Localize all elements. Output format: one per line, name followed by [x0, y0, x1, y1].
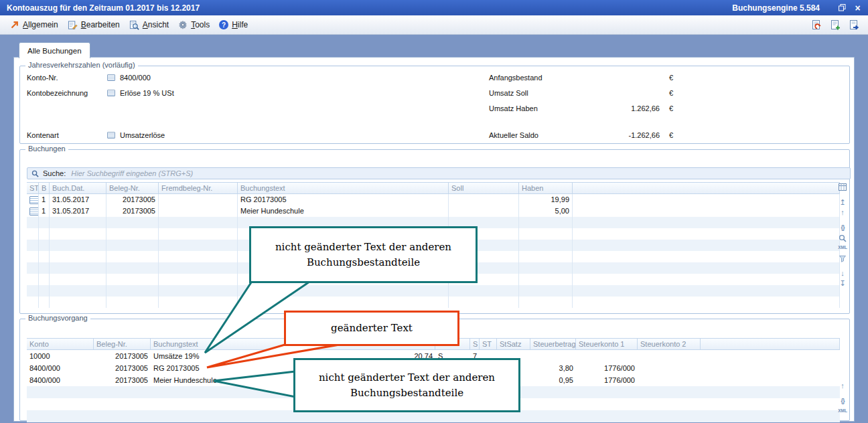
cell-st	[27, 262, 39, 274]
menu-allgemein[interactable]: Allgemein	[5, 18, 63, 31]
restore-icon	[839, 4, 846, 11]
column-header-st[interactable]: ST	[27, 183, 39, 193]
booking-row[interactable]: 131.05.201720173005Meier Hundeschule5,00	[27, 205, 840, 217]
cell-beleg	[106, 274, 159, 285]
cell-st	[27, 285, 39, 297]
braces-icon[interactable]: {}	[841, 223, 844, 233]
amount-value: 1.262,66	[576, 104, 660, 112]
column-header-steuerkonto1[interactable]: Steuerkonto 1	[576, 339, 638, 349]
amount-label: Aktueller Saldo	[489, 131, 576, 139]
cell-date	[50, 274, 106, 285]
filter-icon[interactable]	[839, 253, 847, 263]
cell-text: Meier Hundeschule	[151, 374, 308, 386]
field-grid-icon	[107, 74, 115, 81]
cell-fremdbeleg	[159, 228, 238, 240]
cell-b	[39, 228, 50, 240]
cell-steuerkonto1	[576, 398, 638, 410]
column-header-b[interactable]: B	[39, 183, 50, 193]
summary-amount: Aktueller Saldo -1.262,66 €	[489, 131, 673, 140]
close-button[interactable]: ×	[853, 3, 863, 13]
column-header-buchungstext[interactable]: Buchungstext	[238, 183, 449, 193]
cell-konto	[27, 398, 94, 410]
cell-date: 31.05.2017	[50, 205, 106, 217]
menu-bearbeiten[interactable]: Bearbeiten	[63, 18, 125, 32]
scroll-to-bottom-icon[interactable]: ↧	[839, 278, 845, 288]
cell-beleg: 20173005	[94, 362, 151, 374]
cell-filler	[573, 240, 840, 251]
column-header-belegnr[interactable]: Beleg-Nr.	[94, 339, 151, 349]
column-header-konto[interactable]: Konto	[27, 339, 94, 349]
cell-konto	[27, 410, 94, 422]
cell-beleg	[94, 410, 151, 422]
field-grid-icon	[107, 132, 115, 139]
currency-symbol: €	[660, 104, 673, 112]
cell-steuerbetrag: 0,95	[530, 374, 576, 386]
field-label: Kontenart	[27, 131, 107, 139]
column-header-st[interactable]: ST	[480, 339, 497, 349]
column-header-s[interactable]: S	[470, 339, 480, 349]
column-header-steuerbetrag[interactable]: Steuerbetrag	[530, 339, 576, 349]
xml-icon[interactable]: XML	[838, 406, 847, 416]
menu-tools[interactable]: Tools	[173, 18, 214, 31]
column-header-steuerkonto2[interactable]: Steuerkonto 2	[638, 339, 701, 349]
scroll-down-icon[interactable]: ↓	[841, 268, 845, 278]
cell-filler	[573, 285, 840, 297]
currency-symbol: €	[660, 131, 673, 139]
column-header-belegnr[interactable]: Beleg-Nr.	[106, 183, 159, 193]
cell-steuerkonto1	[576, 350, 638, 362]
cell-haben	[519, 297, 573, 308]
column-header-buchdat[interactable]: Buch.Dat.	[50, 183, 106, 193]
cell-filler	[573, 297, 840, 308]
view-magnifier-icon	[129, 20, 139, 30]
bookings-side-toolbar: ↥ ↑ {} XML ↓ ↧	[837, 182, 848, 307]
document-forward-button[interactable]	[849, 19, 860, 31]
cell-beleg	[106, 297, 159, 308]
document-add-button[interactable]	[830, 19, 841, 31]
column-header-haben[interactable]: Haben	[519, 183, 573, 193]
search-icon	[31, 170, 39, 177]
restore-button[interactable]	[837, 3, 847, 13]
scroll-up-icon[interactable]: ↑	[841, 381, 845, 391]
cell-haben: 19,99	[519, 194, 573, 205]
column-header-stsatz[interactable]: StSatz	[497, 339, 530, 349]
application-window: { "window": { "title": "Kontoauszug für …	[0, 0, 868, 423]
column-header-fremdbelegnr[interactable]: Fremdbeleg-Nr.	[159, 183, 238, 193]
cell-beleg	[94, 398, 151, 410]
cell-steuerkonto2	[638, 374, 701, 386]
document-plus-icon	[830, 19, 841, 31]
document-refresh-button[interactable]	[811, 19, 822, 31]
cell-b	[39, 262, 50, 274]
search-bar[interactable]: Suche:	[27, 167, 851, 179]
scroll-to-top-icon[interactable]: ↥	[839, 197, 845, 207]
cell-fremdbeleg	[159, 205, 238, 217]
search-input[interactable]	[70, 168, 846, 179]
braces-icon[interactable]: {}	[841, 396, 844, 406]
column-chooser-icon[interactable]	[839, 182, 847, 192]
edit-document-icon	[68, 20, 78, 30]
tab-alle-buchungen[interactable]: Alle Buchungen	[19, 42, 90, 58]
cell-b	[39, 240, 50, 251]
menu-label: Ansicht	[143, 20, 169, 29]
transaction-side-toolbar: ↑ {} XML	[837, 381, 848, 416]
cell-soll	[449, 205, 519, 217]
menu-ansicht[interactable]: Ansicht	[125, 18, 173, 32]
zoom-icon[interactable]	[839, 233, 847, 243]
cell-st	[27, 251, 39, 262]
currency-symbol: €	[660, 74, 673, 82]
transaction-group-title: Buchungsvorgang	[25, 314, 90, 322]
cell-soll	[449, 297, 519, 308]
scroll-up-icon[interactable]: ↑	[841, 207, 845, 218]
bookings-header-row: ST B Buch.Dat. Beleg-Nr. Fremdbeleg-Nr. …	[27, 182, 840, 194]
booking-row[interactable]: 131.05.201720173005RG 2017300519,99	[27, 194, 840, 205]
amount-value: -1.262,66	[576, 131, 660, 139]
column-header-soll[interactable]: Soll	[449, 183, 519, 193]
cell-konto	[27, 386, 94, 398]
bookings-group-title: Buchungen	[25, 145, 68, 153]
window-controls: ×	[837, 3, 863, 13]
cell-text: Umsätze 19%	[151, 350, 308, 362]
xml-icon[interactable]: XML	[838, 243, 847, 253]
cell-steuerkonto2	[638, 350, 701, 362]
menu-hilfe[interactable]: ? Hilfe	[214, 18, 252, 31]
cell-date	[50, 262, 106, 274]
summary-field: Kontobezeichnung Erlöse 19 % USt	[27, 88, 174, 98]
